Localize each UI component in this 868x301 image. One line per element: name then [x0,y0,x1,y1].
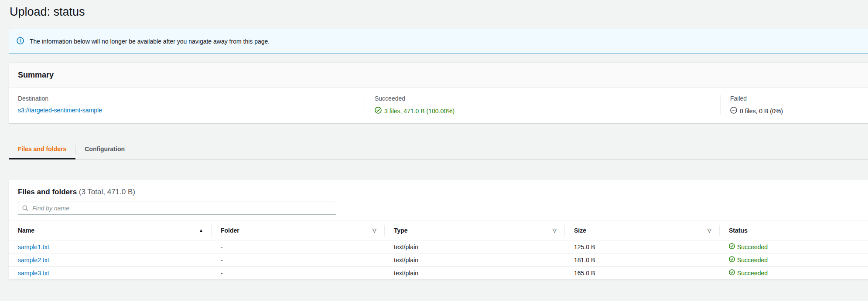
type-cell: text/plain [384,240,564,254]
check-circle-icon [729,269,735,277]
size-cell: 165.0 B [564,267,719,280]
info-banner: The information below will no longer be … [9,29,868,54]
failed-label: Failed [730,95,868,102]
status-text: Succeeded [737,244,768,250]
table-row: sample1.txt - text/plain 125.0 B Succeed… [9,240,868,254]
summary-panel: Summary Destination s3://targeted-sentim… [9,62,868,123]
table-row: sample3.txt - text/plain 165.0 B Succeed… [9,267,868,280]
files-count-summary: (3 Total, 471.0 B) [79,188,135,196]
banner-message: The information below will no longer be … [30,38,270,45]
files-panel-header: Files and folders (3 Total, 471.0 B) [9,180,868,196]
filter-caret-icon[interactable]: ▽ [372,228,376,233]
upload-status-page: Upload: status The information below wil… [0,0,868,301]
tab-configuration[interactable]: Configuration [75,139,134,159]
check-circle-icon [729,243,735,250]
destination-link[interactable]: s3://targeted-sentiment-sample [18,107,102,114]
files-table-body: sample1.txt - text/plain 125.0 B Succeed… [9,240,868,280]
file-name-link[interactable]: sample1.txt [18,244,49,250]
status-text: Succeeded [737,257,768,264]
file-name-link[interactable]: sample2.txt [18,257,49,264]
summary-destination-column: Destination s3://targeted-sentiment-samp… [9,95,365,115]
type-cell: text/plain [384,254,564,267]
file-name-link[interactable]: sample3.txt [18,270,49,277]
type-cell: text/plain [384,267,564,280]
search-icon [22,205,29,213]
column-header-size[interactable]: Size ▽ [564,220,719,240]
column-header-folder[interactable]: Folder ▽ [211,220,384,240]
check-circle-icon [375,107,382,115]
size-cell: 181.0 B [564,254,719,267]
status-cell: Succeeded [719,240,868,254]
destination-label: Destination [18,95,365,102]
ellipsis-circle-icon [730,107,737,115]
tab-files-and-folders[interactable]: Files and folders [9,139,75,159]
folder-cell: - [211,254,384,267]
tab-bar: Files and folders Configuration [9,139,868,160]
summary-failed-column: Failed 0 files, 0 B (0%) [720,95,868,115]
table-header-row: Name ▲ Folder ▽ Type ▽ [9,220,868,240]
summary-succeeded-column: Succeeded 3 files, 471.0 B (100.00%) [365,95,720,115]
files-panel-title: Files and folders [18,188,77,196]
page-title: Upload: status [10,5,85,19]
filter-caret-icon[interactable]: ▽ [707,228,711,233]
filter-caret-icon[interactable]: ▽ [553,228,557,233]
find-by-name-input[interactable] [18,202,336,215]
summary-title: Summary [18,71,54,80]
failed-value: 0 files, 0 B (0%) [740,108,783,115]
column-header-status[interactable]: Status ▽ [719,220,868,240]
files-and-folders-panel: Files and folders (3 Total, 471.0 B) [9,180,868,280]
succeeded-value: 3 files, 471.0 B (100.00%) [384,108,455,115]
size-cell: 125.0 B [564,240,719,254]
folder-cell: - [211,267,384,280]
summary-body: Destination s3://targeted-sentiment-samp… [9,88,868,115]
column-header-type[interactable]: Type ▽ [384,220,564,240]
summary-panel-header: Summary [9,63,868,88]
table-row: sample2.txt - text/plain 181.0 B Succeed… [9,254,868,267]
check-circle-icon [729,256,735,264]
search-box [18,202,336,215]
folder-cell: - [211,240,384,254]
status-cell: Succeeded [719,254,868,267]
sort-ascending-icon[interactable]: ▲ [199,228,203,233]
succeeded-label: Succeeded [375,95,720,102]
files-table: Name ▲ Folder ▽ Type ▽ [9,220,868,280]
column-header-name[interactable]: Name ▲ [9,220,211,240]
info-icon [17,37,24,46]
status-cell: Succeeded [719,267,868,280]
status-text: Succeeded [737,270,768,277]
